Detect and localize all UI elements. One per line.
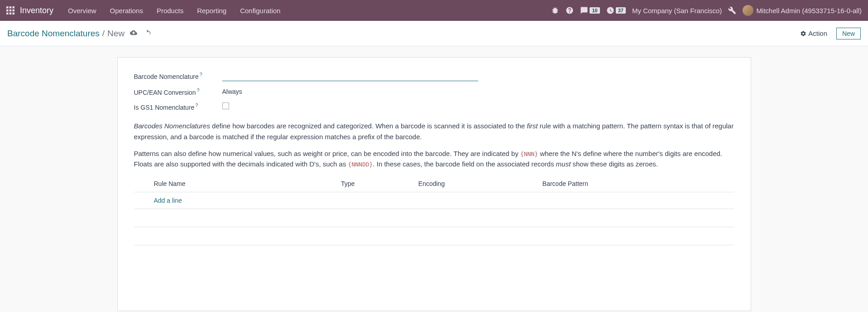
activities-badge: 37 [616,7,626,14]
svg-rect-4 [10,10,12,12]
main-navbar: Inventory Overview Operations Products R… [0,0,868,21]
svg-rect-5 [13,10,15,12]
form-sheet: Barcode Nomenclature? UPC/EAN Conversion… [117,57,751,311]
rules-table: Rule Name Type Encoding Barcode Pattern … [134,176,734,245]
form-view: Barcode Nomenclature? UPC/EAN Conversion… [0,46,868,311]
help-icon[interactable]: ? [195,102,198,108]
svg-rect-8 [13,13,15,15]
svg-rect-2 [13,6,15,9]
breadcrumb: Barcode Nomenclatures / New [7,29,125,39]
label-conversion: UPC/EAN Conversion? [134,88,222,96]
nav-right: 10 37 My Company (San Francisco) Mitchel… [551,5,862,16]
apps-icon[interactable] [6,6,14,15]
svg-rect-7 [10,13,12,15]
tools-icon[interactable] [728,6,736,15]
action-label: Action [808,29,827,37]
cloud-save-icon[interactable] [130,29,137,38]
avatar [743,5,753,16]
messages-icon[interactable]: 10 [580,6,599,15]
col-rule-name[interactable]: Rule Name [134,176,338,192]
new-button[interactable]: New [836,28,861,39]
activities-icon[interactable]: 37 [606,6,626,15]
label-gs1: Is GS1 Nomenclature? [134,102,222,111]
nav-reporting[interactable]: Reporting [191,4,233,17]
company-switcher[interactable]: My Company (San Francisco) [632,7,722,15]
control-panel: Barcode Nomenclatures / New Action New [0,21,868,46]
svg-rect-3 [6,10,9,12]
breadcrumb-root[interactable]: Barcode Nomenclatures [7,29,100,39]
gear-icon [800,30,806,37]
help-icon[interactable]: ? [197,88,199,93]
checkbox-gs1[interactable] [222,102,229,109]
help-text: Barcodes Nomenclatures define how barcod… [134,121,734,169]
svg-rect-6 [6,13,9,15]
add-line-link[interactable]: Add a line [154,197,182,204]
table-row [134,209,734,227]
user-menu[interactable]: Mitchell Admin (49533715-16-0-all) [743,5,862,16]
col-type[interactable]: Type [337,176,415,192]
debug-icon[interactable] [551,6,559,15]
select-conversion[interactable]: Always [222,88,242,95]
nav-menu: Overview Operations Products Reporting C… [62,4,287,17]
table-row [134,227,734,245]
col-pattern[interactable]: Barcode Pattern [539,176,734,192]
breadcrumb-sep: / [102,29,105,39]
nav-configuration[interactable]: Configuration [234,4,287,17]
messages-badge: 10 [590,7,599,14]
input-nomenclature[interactable] [222,70,478,81]
col-encoding[interactable]: Encoding [415,176,539,192]
svg-rect-0 [6,6,9,9]
nav-products[interactable]: Products [150,4,190,17]
label-nomenclature: Barcode Nomenclature? [134,72,222,80]
nav-overview[interactable]: Overview [62,4,103,17]
user-name: Mitchell Admin (49533715-16-0-all) [756,7,862,15]
discard-icon[interactable] [144,29,152,38]
table-row: Add a line [134,192,734,209]
svg-rect-1 [10,6,12,9]
nav-operations[interactable]: Operations [104,4,149,17]
help-icon[interactable]: ? [200,72,202,77]
app-brand[interactable]: Inventory [20,6,53,15]
breadcrumb-current: New [107,29,125,39]
support-icon[interactable] [566,6,574,15]
action-dropdown[interactable]: Action [796,28,831,39]
